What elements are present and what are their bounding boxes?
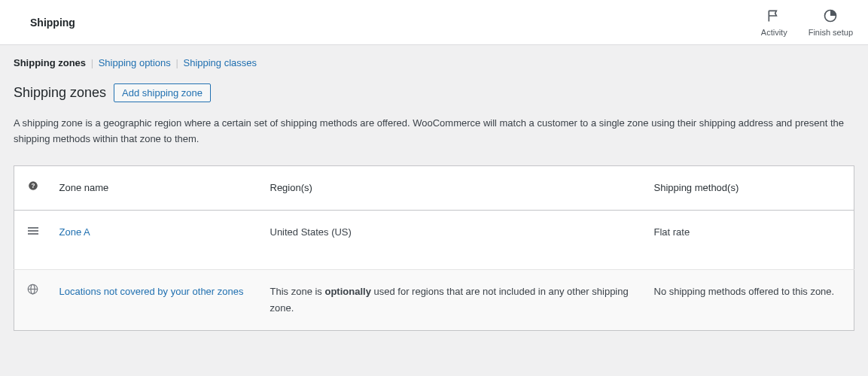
globe-icon <box>27 284 38 295</box>
header-help: ? <box>14 165 52 210</box>
table-row-zone: Zone A United States (US) Flat rate <box>14 210 854 269</box>
uncovered-regions-cell: This zone is optionally used for regions… <box>263 269 647 330</box>
finish-setup-button[interactable]: Finish setup <box>809 8 853 37</box>
tab-separator: | <box>91 57 93 68</box>
uncovered-name-cell: Locations not covered by your other zone… <box>52 269 263 330</box>
uncovered-methods-cell: No shipping methods offered to this zone… <box>647 269 854 330</box>
section-header: Shipping zones Add shipping zone <box>14 83 854 102</box>
uncovered-zone-link[interactable]: Locations not covered by your other zone… <box>59 286 244 297</box>
drag-handle-icon[interactable] <box>27 226 39 235</box>
topbar-actions: Activity Finish setup <box>761 8 853 37</box>
uncovered-regions-prefix: This zone is <box>270 286 325 297</box>
header-methods: Shipping method(s) <box>647 165 854 210</box>
activity-button[interactable]: Activity <box>761 8 787 37</box>
section-description: A shipping zone is a geographic region w… <box>14 116 854 147</box>
table-row-uncovered: Locations not covered by your other zone… <box>14 269 854 330</box>
activity-label: Activity <box>761 28 787 37</box>
flag-icon <box>766 8 781 25</box>
table-header-row: ? Zone name Region(s) Shipping method(s) <box>14 165 854 210</box>
zone-name-link[interactable]: Zone A <box>59 226 90 238</box>
svg-text:?: ? <box>31 183 35 190</box>
shipping-zones-table: ? Zone name Region(s) Shipping method(s)… <box>14 165 854 331</box>
header-regions: Region(s) <box>263 165 647 210</box>
zone-methods-cell: Flat rate <box>647 210 854 269</box>
main-content: Shipping zones | Shipping options | Ship… <box>0 45 868 344</box>
zone-regions-cell: United States (US) <box>263 210 647 269</box>
zone-name-cell: Zone A <box>52 210 263 269</box>
page-title: Shipping <box>30 17 75 29</box>
tab-shipping-classes[interactable]: Shipping classes <box>183 57 257 68</box>
tab-shipping-zones[interactable]: Shipping zones <box>14 57 86 68</box>
help-icon[interactable]: ? <box>28 180 38 191</box>
subtabs: Shipping zones | Shipping options | Ship… <box>14 57 854 68</box>
tab-shipping-options[interactable]: Shipping options <box>99 57 171 68</box>
header-zone-name: Zone name <box>52 165 263 210</box>
top-header: Shipping Activity Finish setup <box>0 0 868 45</box>
drag-handle-cell <box>14 210 52 269</box>
globe-cell <box>14 269 52 330</box>
tab-separator: | <box>175 57 178 68</box>
finish-setup-label: Finish setup <box>809 28 853 37</box>
progress-circle-icon <box>823 8 838 25</box>
uncovered-regions-strong: optionally <box>324 286 370 297</box>
section-title: Shipping zones <box>14 85 106 101</box>
add-shipping-zone-button[interactable]: Add shipping zone <box>114 83 211 102</box>
